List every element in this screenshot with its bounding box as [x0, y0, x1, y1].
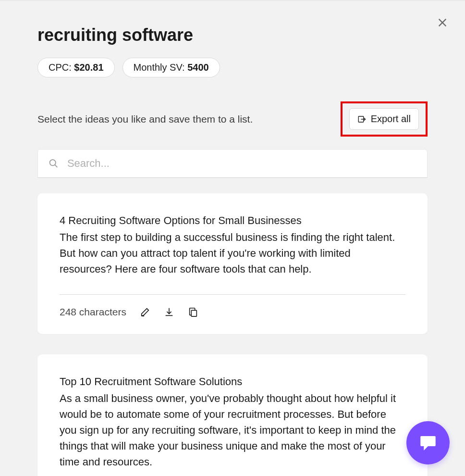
- idea-title: Top 10 Recruitment Software Solutions: [60, 374, 405, 389]
- cpc-value: $20.81: [74, 62, 103, 73]
- chat-button[interactable]: [406, 421, 450, 464]
- search-input[interactable]: [67, 157, 416, 170]
- chat-icon: [418, 433, 438, 453]
- sv-value: 5400: [187, 62, 209, 73]
- idea-title: 4 Recruiting Software Options for Small …: [60, 213, 405, 228]
- instructions-text: Select the ideas you like and save them …: [37, 113, 253, 125]
- svg-point-4: [50, 160, 56, 165]
- cpc-pill: CPC: $20.81: [37, 58, 115, 77]
- search-box[interactable]: [37, 149, 428, 178]
- download-button[interactable]: [164, 307, 174, 317]
- char-count: 248 characters: [60, 306, 126, 318]
- idea-body: The first step to building a successful …: [60, 229, 405, 277]
- pencil-icon: [140, 307, 150, 317]
- cpc-label: CPC:: [49, 62, 74, 73]
- download-icon: [164, 307, 174, 317]
- svg-rect-9: [191, 310, 196, 316]
- export-highlight-box: Export all: [341, 101, 428, 137]
- page-title: recruiting software: [37, 25, 428, 45]
- svg-line-5: [55, 165, 57, 167]
- export-label: Export all: [371, 113, 411, 125]
- sv-label: Monthly SV:: [134, 62, 188, 73]
- card-divider: [60, 294, 405, 295]
- export-icon: [357, 115, 366, 124]
- idea-body: As a small business owner, you've probab…: [60, 390, 405, 470]
- edit-button[interactable]: [140, 307, 150, 317]
- export-all-button[interactable]: Export all: [349, 108, 419, 130]
- search-icon: [49, 158, 59, 169]
- idea-card[interactable]: Top 10 Recruitment Software Solutions As…: [37, 354, 428, 476]
- idea-card[interactable]: 4 Recruiting Software Options for Small …: [37, 193, 428, 334]
- copy-icon: [188, 307, 198, 317]
- monthly-sv-pill: Monthly SV: 5400: [122, 58, 220, 77]
- metrics-row: CPC: $20.81 Monthly SV: 5400: [37, 58, 428, 77]
- copy-button[interactable]: [188, 307, 198, 317]
